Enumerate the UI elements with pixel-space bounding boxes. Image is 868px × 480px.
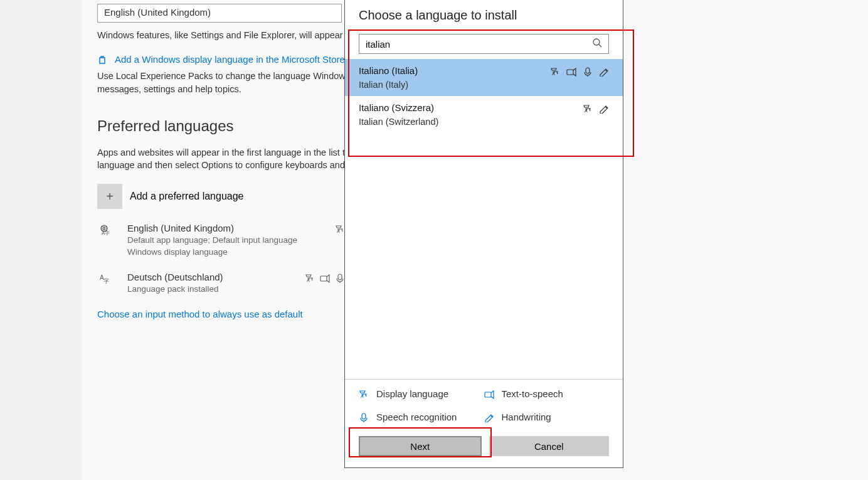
language-search-input[interactable]	[366, 39, 592, 50]
tts-icon	[320, 273, 330, 283]
handwriting-icon	[599, 67, 609, 77]
legend-label: Display language	[376, 388, 448, 399]
choose-language-dialog: Choose a language to install Italiano (I…	[344, 0, 623, 468]
speech-icon	[335, 273, 345, 283]
legend-label: Text-to-speech	[502, 388, 563, 399]
language-result-native: Italiano (Svizzera)	[359, 102, 609, 113]
dialog-title: Choose a language to install	[345, 0, 623, 34]
legend-text-to-speech: Text-to-speech	[484, 388, 610, 399]
display-icon	[335, 224, 345, 234]
language-result-italian-italy[interactable]: Italiano (Italia) Italian (Italy)	[345, 59, 623, 96]
language-search-box[interactable]	[359, 34, 609, 54]
display-language-value: English (United Kingdom)	[104, 7, 211, 18]
tts-icon	[566, 67, 576, 77]
store-icon	[97, 55, 107, 65]
preferred-language-sub: Default app language; Default input lang…	[127, 235, 345, 257]
preferred-language-sub: Language pack installed	[127, 284, 345, 295]
language-feature-icons	[335, 224, 345, 234]
language-result-features	[550, 67, 609, 77]
language-result-english: Italian (Italy)	[359, 80, 609, 90]
language-result-features	[583, 104, 609, 114]
plus-icon: +	[97, 184, 122, 209]
globe-language-icon	[97, 223, 120, 245]
search-icon	[592, 38, 602, 50]
display-icon	[305, 273, 315, 283]
tts-icon	[484, 389, 494, 399]
language-results-list: Italiano (Italia) Italian (Italy) Italia…	[345, 59, 623, 133]
language-feature-icons	[305, 273, 345, 283]
speech-icon	[583, 67, 593, 77]
feature-legend: Display language Text-to-speech Speech r…	[345, 379, 623, 436]
language-result-italian-switzerland[interactable]: Italiano (Svizzera) Italian (Switzerland…	[345, 96, 623, 133]
add-preferred-language-label: Add a preferred language	[130, 191, 243, 202]
handwriting-icon	[599, 104, 609, 114]
display-icon	[359, 389, 369, 399]
cancel-button[interactable]: Cancel	[489, 436, 610, 456]
legend-handwriting: Handwriting	[484, 412, 610, 422]
handwriting-icon	[484, 412, 494, 422]
preferred-language-item[interactable]: Deutsch (Deutschland) Language pack inst…	[97, 272, 345, 295]
legend-speech-recognition: Speech recognition	[359, 412, 484, 422]
azi-language-icon	[97, 272, 120, 294]
display-language-select[interactable]: English (United Kingdom)	[97, 4, 342, 23]
display-icon	[550, 67, 560, 77]
display-icon	[583, 104, 593, 114]
language-result-english: Italian (Switzerland)	[359, 117, 609, 127]
speech-icon	[359, 412, 369, 422]
store-link-label: Add a Windows display language in the Mi…	[115, 54, 345, 65]
next-button[interactable]: Next	[359, 436, 482, 456]
legend-label: Handwriting	[502, 412, 551, 422]
preferred-language-name: English (United Kingdom)	[127, 223, 345, 233]
legend-label: Speech recognition	[376, 412, 457, 422]
nav-gutter	[0, 0, 82, 480]
preferred-language-item[interactable]: English (United Kingdom) Default app lan…	[97, 223, 345, 257]
legend-display-language: Display language	[359, 388, 484, 399]
